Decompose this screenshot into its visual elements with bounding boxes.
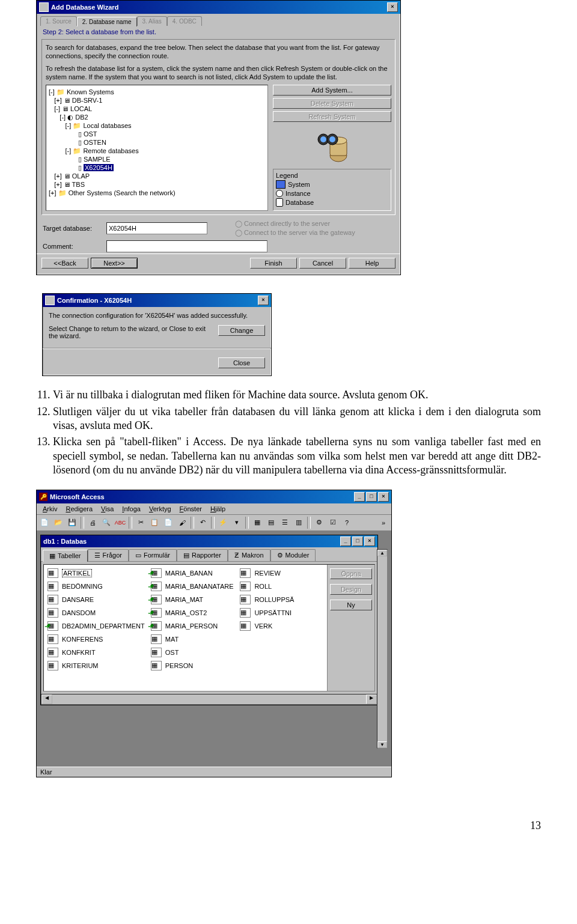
tree-node[interactable]: ▯ OST [49, 130, 265, 138]
database-tree[interactable]: [-] 📁 Known Systems [+] 🖥 DB-SRV-1 [-] 🖥… [46, 85, 268, 211]
relationships-icon[interactable]: ⚡ [216, 516, 230, 529]
tree-node[interactable]: [-] 📁 Local databases [49, 121, 265, 130]
menu-item[interactable]: Fönster [176, 505, 206, 513]
table-item[interactable]: ▦KRITERIUM [47, 661, 145, 670]
large-icons-icon[interactable]: ▦ [251, 516, 264, 529]
tab-odbc[interactable]: 4. ODBC [167, 16, 202, 26]
table-item[interactable]: ▦KONFERENS [47, 634, 145, 644]
cut-icon[interactable]: ✂ [134, 516, 147, 529]
menu-item[interactable]: Hjälp [207, 505, 229, 513]
copy-icon[interactable]: 📋 [148, 516, 161, 529]
tree-node[interactable]: ▯ SAMPLE [49, 155, 265, 163]
help-icon[interactable]: ? [340, 516, 353, 529]
help-button[interactable]: Help [349, 258, 395, 269]
toolbar-more-icon[interactable]: » [377, 516, 390, 529]
open-button[interactable]: Öppna [330, 568, 372, 579]
table-item[interactable]: ▦ROLL [240, 582, 323, 591]
db-tab-rapporter[interactable]: ▤Rapporter [177, 549, 228, 561]
back-button[interactable]: <<Back [41, 258, 88, 269]
tree-node[interactable]: ▯ OSTEN [49, 138, 265, 147]
close-button[interactable]: Close [218, 357, 265, 368]
menu-item[interactable]: Verktyg [145, 505, 175, 513]
spell-icon[interactable]: ABC [114, 516, 127, 529]
close-icon[interactable]: × [364, 536, 375, 546]
tree-node[interactable]: [-] ◐ DB2 [49, 113, 265, 121]
table-item[interactable]: ▦OST [151, 648, 234, 657]
table-icon: ▦ [151, 648, 162, 657]
details-icon[interactable]: ▥ [292, 516, 305, 529]
table-item[interactable]: ➜▦MARIA_PERSON [151, 621, 234, 631]
menu-item[interactable]: Visa [97, 505, 117, 513]
preview-icon[interactable]: 🔍 [100, 516, 113, 529]
tree-node[interactable]: [+] 🖥 TBS [49, 180, 265, 189]
target-database-field[interactable] [106, 222, 207, 234]
menu-item[interactable]: Redigera [62, 505, 96, 513]
table-item[interactable]: ➜▦MARIA_OST2 [151, 608, 234, 618]
format-painter-icon[interactable]: 🖌 [176, 516, 189, 529]
db-tab-formulär[interactable]: ▭Formulär [129, 549, 177, 561]
close-icon[interactable]: × [387, 2, 398, 12]
table-item[interactable]: ▦MAT [151, 634, 234, 644]
table-item[interactable]: ▦ARTIKEL [47, 568, 145, 578]
tree-node[interactable]: [+] 🖥 OLAP [49, 172, 265, 180]
table-item[interactable]: ▦DANSARE [47, 595, 145, 604]
tree-node[interactable]: [-] 📁 Known Systems [49, 88, 265, 96]
vertical-scrollbar[interactable] [377, 549, 388, 749]
access-menubar[interactable]: ArkivRedigeraVisaInfogaVerktygFönsterHjä… [37, 503, 391, 515]
table-list[interactable]: ▦ARTIKEL▦BEDÖMNING▦DANSARE▦DANSDOM➜▦DB2A… [44, 565, 327, 691]
list-icon[interactable]: ☰ [278, 516, 292, 529]
db-tab-moduler[interactable]: ⚙Moduler [270, 549, 316, 561]
properties-icon[interactable]: ☑ [326, 516, 340, 529]
table-item[interactable]: ▦DANSDOM [47, 608, 145, 618]
add-system-button[interactable]: Add System... [273, 85, 391, 96]
db-tab-frågor[interactable]: ☰Frågor [88, 549, 129, 561]
small-icons-icon[interactable]: ▤ [264, 516, 278, 529]
table-item[interactable]: ▦UPPSÄTTNI [240, 608, 323, 618]
table-item[interactable]: ▦BEDÖMNING [47, 582, 145, 591]
print-icon[interactable]: 🖨 [86, 516, 99, 529]
close-icon[interactable]: × [378, 492, 389, 502]
menu-item[interactable]: Infoga [118, 505, 144, 513]
finish-button[interactable]: Finish [250, 258, 297, 269]
save-icon[interactable]: 💾 [66, 516, 79, 529]
db-tab-tabeller[interactable]: ▦Tabeller [43, 550, 88, 562]
table-item[interactable]: ➜▦MARIA_BANANATARE [151, 582, 234, 591]
new-button[interactable]: Ny [330, 600, 372, 610]
code-icon[interactable]: ⚙ [313, 516, 326, 529]
analyze-icon[interactable]: ▾ [230, 516, 243, 529]
comment-field[interactable] [106, 240, 267, 252]
tab-alias[interactable]: 3. Alias [137, 16, 167, 26]
design-button[interactable]: Design [330, 584, 372, 595]
tab-source[interactable]: 1. Source [40, 16, 77, 26]
tree-node[interactable]: ▯ X62054H [49, 163, 265, 172]
horizontal-scrollbar[interactable]: ◀▶ [41, 694, 377, 705]
tab-database-name[interactable]: 2. Database name [77, 17, 137, 26]
table-item[interactable]: ➜▦DB2ADMIN_DEPARTMENT [47, 621, 145, 631]
table-item[interactable]: ➜▦MARIA_BANAN [151, 568, 234, 578]
tree-node[interactable]: [+] 🖥 DB-SRV-1 [49, 96, 265, 105]
maximize-icon[interactable]: □ [366, 492, 377, 502]
open-icon[interactable]: 📂 [52, 516, 65, 529]
undo-icon[interactable]: ↶ [196, 516, 209, 529]
minimize-icon[interactable]: _ [340, 536, 351, 546]
table-item[interactable]: ▦PERSON [151, 661, 234, 670]
table-item[interactable]: ▦ROLLUPPSÄ [240, 595, 323, 604]
radio-direct: ◯ Connect directly to the server [235, 220, 355, 228]
table-item[interactable]: ▦KONFKRIT [47, 648, 145, 657]
tree-node[interactable]: [-] 🖥 LOCAL [49, 105, 265, 113]
close-icon[interactable]: × [258, 296, 269, 305]
table-item[interactable]: ▦REVIEW [240, 568, 323, 578]
tree-node[interactable]: [-] 📁 Remote databases [49, 147, 265, 155]
menu-item[interactable]: Arkiv [39, 505, 61, 513]
paste-icon[interactable]: 📄 [162, 516, 175, 529]
change-button[interactable]: Change [218, 325, 265, 336]
table-item[interactable]: ▦VERK [240, 621, 323, 631]
tree-node[interactable]: [+] 📁 Other Systems (Search the network) [49, 189, 265, 197]
table-item[interactable]: ➜▦MARIA_MAT [151, 595, 234, 604]
new-icon[interactable]: 📄 [38, 516, 51, 529]
next-button[interactable]: Next>> [91, 258, 138, 269]
db-tab-makron[interactable]: ƵMakron [228, 549, 270, 561]
cancel-button[interactable]: Cancel [299, 258, 346, 269]
minimize-icon[interactable]: _ [354, 492, 365, 502]
maximize-icon[interactable]: □ [352, 536, 363, 546]
